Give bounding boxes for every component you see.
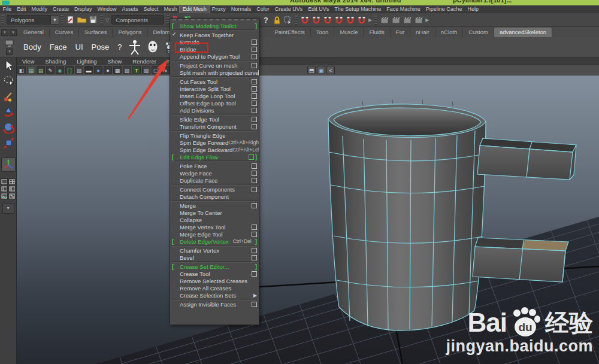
cube-view-icon[interactable]: ⬒ [307,66,316,74]
shelf-editor-icon[interactable] [4,39,15,47]
option-box[interactable] [252,117,257,122]
menu-item-offset-edge-loop-tool[interactable]: Offset Edge Loop Tool [170,99,259,107]
menu-item-chamfer-vertex[interactable]: Chamfer Vertex [170,247,259,254]
menu-display[interactable]: Display [72,5,95,13]
shelf-tab-muscle[interactable]: Muscle [334,28,364,37]
menu-select[interactable]: Select [141,5,161,13]
option-box[interactable] [252,271,257,277]
handle-stub-upper[interactable] [477,138,576,180]
panel-menu-shading[interactable]: Shading [40,58,71,65]
menu-item-add-divisions[interactable]: Add Divisions [170,107,259,114]
chevron-down-icon[interactable]: ▽ [105,17,109,23]
option-box[interactable] [252,63,257,68]
menu-item-insert-edge-loop-tool[interactable]: Insert Edge Loop Tool [170,92,259,99]
option-box[interactable] [252,93,257,99]
menu-item-merge-to-center[interactable]: Merge To Center [170,209,259,216]
shelf-tab-cycle-button[interactable]: ▼ [1,29,8,36]
grip-handle[interactable] [100,15,103,25]
scale-tool[interactable] [1,136,16,150]
option-box[interactable] [252,302,257,307]
shelf-tab-general[interactable]: General [18,28,50,37]
menu-item-collapse[interactable]: Collapse [170,216,259,223]
shelf-button-ui[interactable]: UI [71,43,87,51]
menu-mesh[interactable]: Mesh [161,5,180,13]
camera-attrs-icon[interactable]: ◈ [56,66,64,74]
quad-pane-icon[interactable]: ▣ [317,66,325,74]
menu-item-merge-edge-tool[interactable]: Merge Edge Tool [170,230,259,238]
face-mask-icon[interactable] [145,39,161,56]
open-scene-icon[interactable] [77,15,87,25]
menu-assets[interactable]: Assets [119,5,141,13]
light-brackets-icon[interactable]: [ ] [65,66,74,74]
menu-item-duplicate-face[interactable]: Duplicate Face [170,177,259,184]
shelf-tab-curves[interactable]: Curves [50,28,79,37]
layout-four-pane[interactable] [8,178,16,185]
flat-ball-icon[interactable]: ● [104,66,112,74]
shelf-menu-button[interactable]: ▼ [10,29,17,36]
ipr-render-icon[interactable] [402,15,412,25]
make-live-icon[interactable] [356,15,367,25]
share-view-icon[interactable]: < [326,66,335,74]
layout-hypergraph[interactable] [8,193,16,199]
menu-normals[interactable]: Normals [228,5,254,13]
snap-curve-icon[interactable] [311,15,321,25]
chevron-right-icon[interactable]: ▶ [425,17,429,23]
menu-item-connect-components[interactable]: Connect Components [170,186,259,193]
smooth-shade-icon[interactable]: ▬ [84,66,93,74]
menu-item-poke-face[interactable]: Poke Face [170,162,259,169]
shelf-tab-painteffects[interactable]: PaintEffects [269,28,311,37]
shaded-ball-icon[interactable]: ● [94,66,102,74]
panel-menu-lighting[interactable]: Lighting [71,58,102,65]
option-box[interactable] [252,178,257,183]
option-box[interactable] [258,70,259,75]
option-box[interactable] [252,232,257,237]
option-box[interactable] [252,248,257,253]
grip-handle[interactable] [295,16,298,25]
shelf-button-body[interactable]: Body [19,43,46,51]
option-box[interactable] [252,187,257,192]
menu-item-slide-edge-tool[interactable]: Slide Edge Tool [170,116,259,123]
option-box[interactable] [252,101,257,106]
handle-stub-lower[interactable] [473,238,568,282]
grease-pencil-icon[interactable]: ✎ [46,66,55,74]
textured-t-icon[interactable]: T [132,66,141,74]
shelf-options-button[interactable]: ▼ [6,48,13,55]
shelf-button-face[interactable]: Face [46,43,71,51]
option-box[interactable] [249,154,254,160]
menu-edit-mesh[interactable]: Edit Mesh [180,5,209,13]
chevron-right-icon[interactable]: ▶ [368,17,372,23]
menu-proxy[interactable]: Proxy [209,5,228,13]
snap-projected-center-icon[interactable] [334,15,344,25]
menu-item-remove-selected-creases[interactable]: Remove Selected Creases [170,277,259,284]
paint-select-tool[interactable] [1,89,16,104]
lasso-select-tool[interactable] [1,74,16,88]
grip-handle[interactable] [1,15,4,25]
menu-item-crease-set-editor[interactable]: [Crease Set Editor...] [170,263,259,270]
menu-create-uvs[interactable]: Create UVs [272,5,305,13]
render-settings-icon[interactable] [413,15,423,25]
shelf-tab-toon[interactable]: Toon [311,28,335,37]
image-plane-icon[interactable]: ▤ [37,66,45,74]
mug-mesh[interactable] [328,99,486,330]
menu-item-cut-faces-tool[interactable]: Cut Faces Tool [170,78,259,85]
option-box[interactable] [252,203,257,208]
panel-menu-view[interactable]: View [17,58,40,65]
grip-handle[interactable] [60,15,63,25]
option-box[interactable] [252,163,257,169]
menu-item-crease-selection-sets[interactable]: Crease Selection Sets▶ [170,292,259,299]
shelf-button-pose[interactable]: Pose [87,43,114,51]
menu-item-project-curve-on-mesh[interactable]: Project Curve on mesh [170,62,259,69]
move-tool[interactable] [1,105,16,119]
selection-field[interactable] [111,15,164,25]
option-box[interactable] [252,124,257,129]
snap-point-icon[interactable] [322,15,332,25]
layout-outliner-persp[interactable] [8,186,16,192]
snap-camera-icon[interactable]: ◧ [17,66,26,74]
shelf-tab-nhair[interactable]: nHair [410,28,435,37]
checker-texture-icon[interactable]: ▦ [113,66,122,74]
menu-color[interactable]: Color [254,5,273,13]
menu-item-keep-faces-together[interactable]: ✓Keep Faces Together [170,31,259,38]
option-box[interactable] [252,47,257,52]
menu-item-transform-component[interactable]: Transform Component [170,123,259,130]
new-scene-icon[interactable] [65,15,75,25]
